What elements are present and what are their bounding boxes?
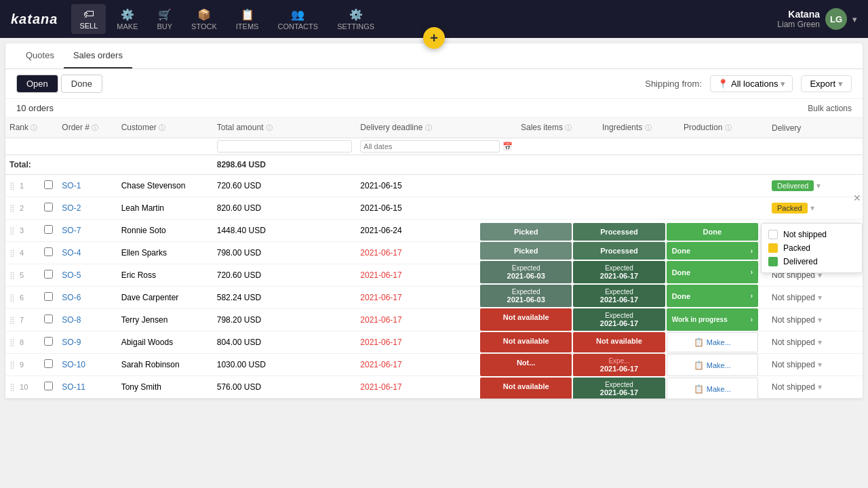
row1-picked: Picked	[480, 242, 572, 260]
customer-cell: Leah Martin	[117, 197, 213, 220]
ingredients-cell	[598, 175, 679, 197]
packed-color-dot	[768, 243, 778, 253]
row-checkbox[interactable]	[44, 180, 53, 189]
nav-stock[interactable]: 📦 STOCK	[183, 4, 225, 35]
drag-handle[interactable]: ⣿	[9, 182, 15, 190]
order-link[interactable]: SO-1	[62, 181, 81, 190]
drag-handle[interactable]: ⣿	[9, 226, 15, 235]
deadline-filter[interactable]	[360, 140, 500, 152]
user-name-label: Liam Green	[777, 20, 820, 29]
user-dropdown-icon[interactable]: ▾	[852, 14, 857, 24]
order-link[interactable]: SO-9	[62, 338, 81, 347]
make-icon: ⚙️	[121, 8, 134, 21]
amount-cell: 576.00 USD	[213, 376, 357, 399]
delivery-cell: Not shipped ▾	[768, 309, 863, 331]
nav-items[interactable]: 📋 ITEMS	[228, 4, 267, 35]
delivery-dropdown-icon[interactable]: ▾	[818, 360, 822, 369]
order-link[interactable]: SO-5	[62, 270, 81, 280]
customer-cell: Dave Carpenter	[117, 287, 213, 309]
drag-handle[interactable]: ⣿	[9, 249, 15, 257]
row2-done[interactable]: Done ›	[667, 261, 758, 283]
row-checkbox[interactable]	[44, 270, 53, 279]
row4-production[interactable]: Work in progress ›	[667, 308, 758, 331]
delivery-dropdown-icon[interactable]: ▾	[818, 338, 822, 347]
row3-processed: Expected 2021-06-17	[573, 285, 665, 307]
add-button[interactable]: +	[423, 27, 445, 49]
picked-col-header: Picked	[480, 223, 572, 241]
customer-cell: Ronnie Soto	[117, 220, 213, 242]
row7-processed: Expected 2021-06-17	[573, 378, 665, 399]
tab-sales-orders[interactable]: Sales orders	[64, 43, 132, 68]
bulk-actions-btn[interactable]: Bulk actions	[808, 104, 852, 113]
row-checkbox[interactable]	[44, 337, 53, 346]
order-link[interactable]: SO-10	[62, 360, 85, 369]
nav-make[interactable]: ⚙️ MAKE	[108, 4, 146, 35]
nav-settings[interactable]: ⚙️ SETTINGS	[329, 4, 382, 35]
row6-production[interactable]: 📋 Make...	[667, 354, 758, 376]
delivery-dropdown-icon[interactable]: ▾	[816, 181, 821, 190]
row-checkbox[interactable]	[44, 225, 53, 234]
nav-sell[interactable]: 🏷 SELL	[71, 4, 106, 34]
close-panel-btn[interactable]: ✕	[853, 192, 861, 203]
drag-handle[interactable]: ⣿	[9, 293, 15, 302]
drag-handle[interactable]: ⣿	[9, 271, 15, 279]
row3-picked: Expected 2021-06-03	[480, 285, 572, 307]
delivery-dropdown-icon[interactable]: ▾	[810, 203, 814, 213]
row3-done[interactable]: Done ›	[667, 285, 758, 307]
done-chevron-icon: ›	[751, 268, 753, 276]
legend-item-not-shipped: Not shipped	[768, 228, 855, 241]
export-btn[interactable]: Export ▾	[801, 75, 852, 92]
done-col-header: Done	[667, 223, 758, 241]
ingredients-col-header: Ingredients ⓘ	[602, 123, 652, 132]
order-link[interactable]: SO-11	[62, 382, 85, 392]
app-name-label: Katana	[777, 9, 820, 20]
make-icon-row7: 📋	[694, 384, 704, 394]
order-link[interactable]: SO-2	[62, 203, 81, 213]
main-content: Quotes Sales orders Open Done Shippi	[0, 38, 868, 404]
drag-handle[interactable]: ⣿	[9, 204, 15, 212]
row-checkbox[interactable]	[44, 247, 53, 256]
delivery-dropdown-icon[interactable]: ▾	[818, 293, 822, 302]
row5-processed: Not available	[573, 332, 665, 352]
production-col-header: Production ⓘ	[684, 123, 732, 132]
total-amount: 8298.64 USD	[213, 155, 357, 175]
amount-cell: 798.20 USD	[213, 309, 357, 331]
location-selector[interactable]: 📍 All locations ▾	[710, 75, 793, 92]
order-link[interactable]: SO-6	[62, 293, 81, 302]
done-btn[interactable]: Done	[61, 75, 102, 93]
row2-processed: Expected 2021-06-17	[573, 261, 665, 283]
order-link[interactable]: SO-7	[62, 226, 81, 235]
drag-handle[interactable]: ⣿	[9, 383, 15, 391]
row-checkbox[interactable]	[44, 292, 53, 301]
amount-cell: 798.00 USD	[213, 242, 357, 264]
delivery-cell: Not shipped ▾	[768, 331, 863, 354]
row-checkbox[interactable]	[44, 314, 53, 323]
row-checkbox[interactable]	[44, 382, 53, 390]
order-link[interactable]: SO-4	[62, 248, 81, 258]
customer-col-header: Customer ⓘ	[121, 123, 165, 132]
logo: katana	[11, 10, 58, 28]
nav-buy[interactable]: 🛒 BUY	[149, 4, 180, 35]
delivery-cell: Not shipped ▾	[768, 354, 863, 376]
amount-cell: 820.60 USD	[213, 197, 357, 220]
drag-handle[interactable]: ⣿	[9, 361, 15, 369]
delivery-dropdown-icon[interactable]: ▾	[818, 315, 822, 325]
row-checkbox[interactable]	[44, 203, 53, 211]
order-link[interactable]: SO-8	[62, 315, 81, 325]
delivery-cell: Delivered ▾	[768, 175, 863, 197]
calendar-icon[interactable]: 📅	[502, 142, 513, 151]
status-overlay-panel: Picked Processed Done Picked Processed D…	[480, 223, 758, 399]
tab-quotes[interactable]: Quotes	[16, 43, 64, 68]
row-checkbox[interactable]	[44, 359, 53, 368]
drag-handle[interactable]: ⣿	[9, 338, 15, 346]
amount-filter[interactable]	[217, 140, 353, 152]
user-info[interactable]: Katana Liam Green LG ▾	[777, 8, 857, 30]
row5-production[interactable]: 📋 Make...	[667, 332, 758, 352]
nav-contacts[interactable]: 👥 CONTACTS	[269, 4, 326, 35]
delivery-dropdown-icon[interactable]: ▾	[818, 382, 822, 392]
open-btn[interactable]: Open	[16, 75, 58, 93]
row1-done[interactable]: Done ›	[667, 242, 758, 260]
row7-production[interactable]: 📋 Make...	[667, 378, 758, 399]
drag-handle[interactable]: ⣿	[9, 316, 15, 324]
deadline-cell: 2021-06-15	[356, 175, 517, 197]
